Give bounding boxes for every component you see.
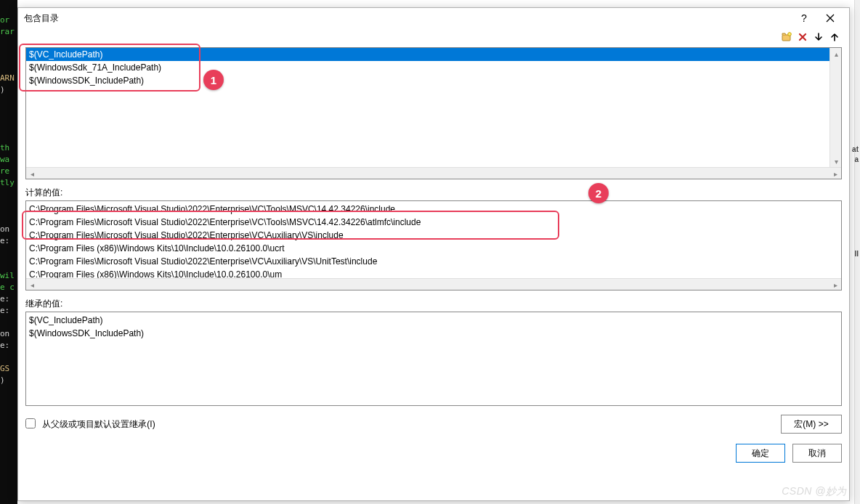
move-down-button[interactable] — [811, 30, 826, 44]
include-dirs-dialog: 包含目录 ? $(VC_IncludePath) $(WindowsSdk_71… — [17, 7, 850, 501]
computed-value: C:\Program Files (x86)\Windows Kits\10\I… — [29, 242, 838, 255]
background-editor: or rar ARN ) th wa re tly on e: wil e c … — [0, 0, 17, 504]
inherited-value: $(VC_IncludePath) — [29, 314, 838, 327]
dialog-titlebar: 包含目录 ? — [18, 8, 849, 28]
scroll-right-icon[interactable]: ▸ — [829, 168, 841, 179]
list-item[interactable]: $(WindowsSdk_71A_IncludePath) — [26, 61, 841, 74]
ok-button[interactable]: 确定 — [736, 444, 785, 463]
svg-point-1 — [788, 33, 792, 36]
vertical-scrollbar[interactable]: ▴ ▾ — [829, 48, 841, 167]
computed-values-label: 计算的值: — [25, 187, 842, 199]
delete-x-icon — [798, 32, 808, 42]
help-button[interactable]: ? — [791, 9, 817, 27]
entries-listbox[interactable]: $(VC_IncludePath) $(WindowsSdk_71A_Inclu… — [25, 47, 842, 179]
computed-value: C:\Program Files\Microsoft Visual Studio… — [29, 229, 838, 242]
move-up-button[interactable] — [827, 30, 842, 44]
computed-value: C:\Program Files\Microsoft Visual Studio… — [29, 216, 838, 229]
arrow-down-icon — [814, 32, 824, 42]
horizontal-scrollbar[interactable]: ◂ ▸ — [26, 167, 841, 179]
close-icon — [826, 14, 835, 23]
computed-value: C:\Program Files\Microsoft Visual Studio… — [29, 203, 838, 216]
dialog-toolbar — [18, 28, 849, 47]
scroll-down-icon[interactable]: ▾ — [830, 155, 842, 167]
inherited-value: $(WindowsSDK_IncludePath) — [29, 327, 838, 340]
inherit-checkbox[interactable] — [25, 418, 36, 428]
cancel-button[interactable]: 取消 — [792, 444, 842, 463]
inherited-values-label: 继承的值: — [25, 298, 842, 310]
scroll-up-icon[interactable]: ▴ — [830, 48, 842, 60]
macros-button[interactable]: 宏(M) >> — [781, 415, 842, 434]
list-item[interactable]: $(WindowsSDK_IncludePath) — [26, 74, 841, 87]
editor-right-gutter: at a II — [854, 0, 860, 504]
delete-button[interactable] — [795, 30, 810, 44]
list-item[interactable]: $(VC_IncludePath) — [26, 48, 841, 61]
computed-values-box[interactable]: C:\Program Files\Microsoft Visual Studio… — [25, 200, 842, 290]
scroll-right-icon[interactable]: ▸ — [829, 279, 841, 290]
inherit-checkbox-label[interactable]: 从父级或项目默认设置继承(I) — [25, 418, 155, 431]
scroll-left-icon[interactable]: ◂ — [26, 279, 38, 290]
folder-new-icon — [782, 32, 792, 42]
horizontal-scrollbar[interactable]: ◂ ▸ — [26, 278, 841, 290]
scroll-left-icon[interactable]: ◂ — [26, 168, 38, 179]
arrow-up-icon — [829, 32, 840, 42]
close-button[interactable] — [817, 9, 843, 27]
inherited-values-box[interactable]: $(VC_IncludePath) $(WindowsSDK_IncludePa… — [25, 312, 842, 406]
new-line-button[interactable] — [779, 30, 794, 44]
computed-value: C:\Program Files\Microsoft Visual Studio… — [29, 255, 838, 268]
dialog-title: 包含目录 — [24, 12, 59, 25]
